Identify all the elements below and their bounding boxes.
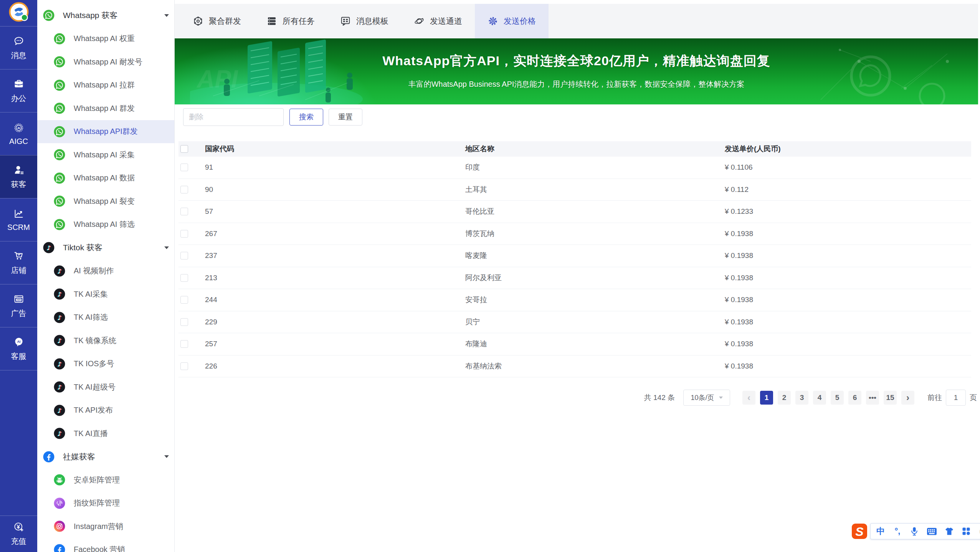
sidebar-menu-row[interactable]: Whatsapp AI 群发	[37, 97, 174, 120]
row-checkbox[interactable]	[180, 186, 188, 193]
page-button[interactable]: 2	[778, 391, 791, 405]
shirt-icon	[945, 527, 954, 535]
sidebar-menu-row[interactable]: Whatsapp 获客	[37, 4, 174, 27]
app-logo[interactable]	[0, 0, 37, 26]
whatsapp-icon	[54, 102, 65, 114]
ime-button-punctuation-mode[interactable]: °,	[893, 526, 902, 536]
page-button[interactable]: 4	[813, 391, 826, 405]
page-button[interactable]: •••	[866, 391, 879, 405]
row-checkbox[interactable]	[180, 340, 188, 348]
reset-button[interactable]: 重置	[329, 109, 362, 126]
rail-nav-item[interactable]: SCRM	[0, 198, 37, 241]
rail-nav-item[interactable]: ADS 广告	[0, 284, 37, 327]
row-checkbox[interactable]	[180, 318, 188, 326]
tab[interactable]: 发送价格	[475, 4, 549, 38]
row-checkbox[interactable]	[180, 164, 188, 171]
sidebar-menu-row[interactable]: Whatsapp AI 耐发号	[37, 50, 174, 74]
sidebar-menu-row[interactable]: 指纹矩阵管理	[37, 492, 174, 515]
prev-page-button[interactable]: ‹	[742, 391, 755, 405]
row-checkbox[interactable]	[180, 230, 188, 238]
rail-nav-item[interactable]: 办公	[0, 69, 37, 112]
sidebar-menu-row[interactable]: ♪♪♪ TK API发布	[37, 399, 174, 422]
page-button[interactable]: 1	[760, 391, 773, 405]
tab[interactable]: 聚合群发	[180, 4, 254, 38]
rail-nav-item-recharge[interactable]: 充值	[0, 516, 37, 552]
rail-nav-item[interactable]: 消息	[0, 26, 37, 69]
svg-text:ADS: ADS	[17, 298, 21, 301]
sogou-logo-icon[interactable]: S	[850, 522, 869, 540]
page-button[interactable]: 3	[795, 391, 808, 405]
cell-country-code: 229	[205, 318, 465, 326]
chevron-down-icon[interactable]	[164, 455, 169, 458]
sidebar-menu-row[interactable]: ♪♪♪ TK 镜像系统	[37, 329, 174, 352]
column-header-country-code: 国家代码	[205, 144, 465, 154]
ime-button-chinese-mode[interactable]: 中	[876, 526, 885, 537]
ime-button-skin[interactable]	[945, 527, 954, 535]
rail-nav-item[interactable]: 店铺	[0, 241, 37, 284]
next-page-button[interactable]: ›	[901, 391, 914, 405]
tiktok-icon: ♪♪♪	[54, 288, 65, 300]
cell-region: 贝宁	[465, 317, 725, 327]
sidebar-menu-row[interactable]: ♪♪♪ Tiktok 获客	[37, 236, 174, 259]
sidebar-menu-row[interactable]: 社媒获客	[37, 445, 174, 469]
tab[interactable]: 发送通道	[401, 4, 475, 38]
cell-region: 布隆迪	[465, 339, 725, 349]
page-button[interactable]: 6	[848, 391, 861, 405]
page-size-select[interactable]: 10条/页	[683, 390, 730, 406]
tiktok-icon: ♪♪♪	[54, 428, 65, 439]
sidebar-menu-label: Facebook 营销	[74, 544, 125, 552]
search-button[interactable]: 搜索	[289, 109, 323, 126]
sidebar-menu-row[interactable]: 安卓矩阵管理	[37, 468, 174, 492]
sidebar-menu-label: Instagram营销	[74, 521, 123, 532]
tab[interactable]: 消息模板	[327, 4, 401, 38]
sidebar-menu-row[interactable]: ♪♪♪ TK AI筛选	[37, 306, 174, 329]
ime-button-voice-input[interactable]	[910, 526, 919, 536]
person-icon	[13, 164, 25, 176]
tab[interactable]: 所有任务	[254, 4, 327, 38]
sidebar-menu-row[interactable]: ♪♪♪ TK AI超级号	[37, 375, 174, 399]
row-checkbox[interactable]	[180, 296, 188, 304]
rail-nav-item[interactable]: AI AIGC	[0, 112, 37, 155]
ime-button-emoji[interactable]	[978, 525, 980, 537]
sidebar-menu-row[interactable]: Whatsapp AI 裂变	[37, 190, 174, 213]
sidebar-menu-row[interactable]: Whatsapp API群发	[37, 120, 174, 144]
sidebar-menu-row[interactable]: ♪♪♪ AI 视频制作	[37, 259, 174, 283]
chevron-down-icon[interactable]	[164, 14, 169, 17]
android-icon	[54, 474, 65, 486]
rail-nav-item[interactable]: 获客	[0, 155, 37, 198]
sidebar-menu-row[interactable]: Whatsapp AI 筛选	[37, 213, 174, 236]
row-checkbox[interactable]	[180, 252, 188, 259]
page-button[interactable]: 15	[884, 391, 897, 405]
select-all-checkbox[interactable]	[180, 145, 188, 153]
banner-subtitle: 丰富的WhatsApp Business API消息能力，用户持续转化，拉新获客…	[175, 79, 978, 89]
svg-text:♪: ♪	[58, 314, 61, 321]
goto-page-input[interactable]	[946, 390, 966, 406]
sidebar-menu-label: Tiktok 获客	[63, 242, 102, 253]
chevron-down-icon	[719, 397, 723, 399]
sidebar-menu-row[interactable]: Whatsapp AI 采集	[37, 143, 174, 167]
row-checkbox[interactable]	[180, 362, 188, 370]
sidebar-menu-row[interactable]: ♪♪♪ TK IOS多号	[37, 352, 174, 376]
whatsapp-icon	[54, 149, 65, 160]
table-header-row: 国家代码 地区名称 发送单价(人民币)	[178, 141, 971, 157]
ads-icon: ADS	[13, 293, 25, 305]
chevron-down-icon[interactable]	[164, 246, 169, 249]
sidebar-menu-row[interactable]: Instagram营销	[37, 515, 174, 538]
row-checkbox[interactable]	[180, 208, 188, 215]
filter-bar: 搜索 重置	[183, 108, 362, 126]
mic-icon	[911, 526, 918, 536]
filter-input[interactable]	[183, 108, 284, 126]
row-checkbox[interactable]	[180, 274, 188, 282]
page-button[interactable]: 5	[831, 391, 844, 405]
rail-nav-item[interactable]: AI 客服	[0, 327, 37, 370]
sidebar-menu-row[interactable]: Facebook 营销	[37, 538, 174, 552]
sidebar-menu-row[interactable]: ♪♪♪ TK AI直播	[37, 422, 174, 445]
svg-text:♪: ♪	[58, 360, 61, 368]
sidebar-menu-row[interactable]: Whatsapp AI 数据	[37, 167, 174, 190]
sidebar-menu-row[interactable]: Whatsapp AI 权重	[37, 27, 174, 51]
sidebar-menu-row[interactable]: ♪♪♪ TK AI采集	[37, 283, 174, 306]
ime-button-soft-keyboard[interactable]	[927, 527, 937, 535]
sidebar-menu-row[interactable]: Whatsapp AI 拉群	[37, 74, 174, 97]
ime-button-toolbox[interactable]	[962, 527, 971, 535]
cell-region: 土耳其	[465, 185, 725, 195]
